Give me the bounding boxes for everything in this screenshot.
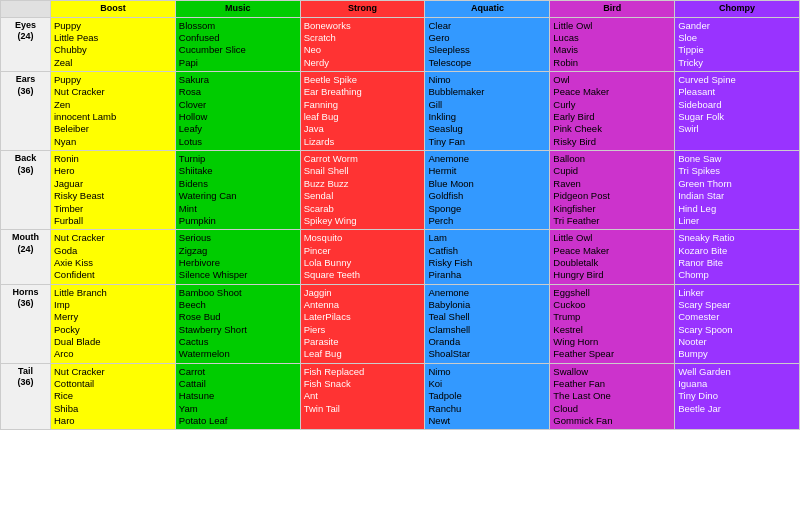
cell-value: Nimo [428,366,546,378]
cell-value: Clover [179,99,297,111]
cell-1-1: SakuraRosaCloverHollowLeafyLotus [175,72,300,151]
cell-5-3: NimoKoiTadpoleRanchuNewt [425,363,550,430]
cell-5-4: SwallowFeather FanThe Last OneCloudGommi… [550,363,675,430]
cell-value: Tadpole [428,390,546,402]
cell-value: Leafy [179,123,297,135]
cell-value: Carrot Worm [304,153,422,165]
cell-value: Hermit [428,165,546,177]
cell-value: Goda [54,245,172,257]
cell-4-3: AnemoneBabyloniaTeal ShellClamshellOrand… [425,284,550,363]
cell-value: Ant [304,390,422,402]
header-empty [1,1,51,18]
cell-0-3: ClearGeroSleeplessTelescope [425,17,550,71]
cell-5-0: Nut CrackerCottontailRiceShibaHaro [51,363,176,430]
cell-value: Clamshell [428,324,546,336]
cell-3-4: Little OwlPeace MakerDoubletalkHungry Bi… [550,230,675,284]
cell-1-4: OwlPeace MakerCurlyEarly BirdPink CheekR… [550,72,675,151]
cell-value: Beleiber [54,123,172,135]
cell-3-5: Sneaky RatioKozaro BiteRanor BiteChomp [675,230,800,284]
cell-value: Inkling [428,111,546,123]
cell-value: Zeal [54,57,172,69]
row-label-3: Mouth (24) [1,230,51,284]
cell-value: Ear Breathing [304,86,422,98]
cell-value: Scary Spear [678,299,796,311]
cell-value: Potato Leaf [179,415,297,427]
cell-value: Cactus [179,336,297,348]
cell-2-5: Bone SawTri SpikesGreen ThornIndian Star… [675,151,800,230]
cell-value: Rice [54,390,172,402]
cell-4-4: EggshellCuckooTrumpKestrelWing HornFeath… [550,284,675,363]
cell-value: Gommick Fan [553,415,671,427]
header-chompy: Chompy [675,1,800,18]
cell-value: Tiny Dino [678,390,796,402]
cell-value: Cloud [553,403,671,415]
cell-value: Yam [179,403,297,415]
cell-value: Watering Can [179,190,297,202]
cell-value: Risky Fish [428,257,546,269]
cell-value: Buzz Buzz [304,178,422,190]
cell-value: Perch [428,215,546,227]
table-row: Back (36)RoninHeroJaguarRisky BeastTimbe… [1,151,800,230]
cell-value: Mavis [553,44,671,56]
cell-value: Peace Maker [553,245,671,257]
cell-value: Newt [428,415,546,427]
cell-1-3: NimoBubblemakerGillInklingSeaslugTiny Fa… [425,72,550,151]
cell-value: Gill [428,99,546,111]
cell-value: Boneworks [304,20,422,32]
cell-value: Sideboard [678,99,796,111]
cell-value: Tricky [678,57,796,69]
cell-value: Bamboo Shoot [179,287,297,299]
cell-value: Nyan [54,136,172,148]
cell-value: Swallow [553,366,671,378]
cell-value: Feather Fan [553,378,671,390]
cell-value: Neo [304,44,422,56]
cell-value: Zigzag [179,245,297,257]
cell-value: Lam [428,232,546,244]
cell-2-3: AnemoneHermitBlue MoonGoldfishSpongePerc… [425,151,550,230]
cell-value: Bone Saw [678,153,796,165]
cell-value: Pincer [304,245,422,257]
cell-value: Fish Snack [304,378,422,390]
cell-1-2: Beetle SpikeEar BreathingFanningleaf Bug… [300,72,425,151]
cell-value: Tiny Fan [428,136,546,148]
cell-value: Tri Spikes [678,165,796,177]
cell-value: Cucumber Slice [179,44,297,56]
cell-value: Stawberry Short [179,324,297,336]
cell-value: Sugar Folk [678,111,796,123]
cell-0-5: GanderSloeTippieTricky [675,17,800,71]
cell-value: Anemone [428,287,546,299]
cell-value: Serious [179,232,297,244]
table-row: Ears (36)PuppyNut CrackerZeninnocent Lam… [1,72,800,151]
cell-value: Little Owl [553,232,671,244]
cell-5-1: CarrotCattailHatsuneYamPotato Leaf [175,363,300,430]
cell-value: Sendal [304,190,422,202]
cell-value: Babylonia [428,299,546,311]
cell-value: Goldfish [428,190,546,202]
cell-value: Dual Blade [54,336,172,348]
cell-value: Arco [54,348,172,360]
header-strong: Strong [300,1,425,18]
cell-value: Risky Beast [54,190,172,202]
cell-1-0: PuppyNut CrackerZeninnocent LambBeleiber… [51,72,176,151]
cell-value: Gander [678,20,796,32]
axie-parts-table: Boost Music Strong Aquatic Bird Chompy E… [0,0,800,430]
cell-value: Leaf Bug [304,348,422,360]
cell-value: Rosa [179,86,297,98]
main-table-container: Boost Music Strong Aquatic Bird Chompy E… [0,0,800,507]
cell-value: Hatsune [179,390,297,402]
cell-value: Nut Cracker [54,366,172,378]
cell-0-0: PuppyLittle PeasChubbyZeal [51,17,176,71]
cell-value: Peace Maker [553,86,671,98]
cell-0-1: BlossomConfusedCucumber SlicePapi [175,17,300,71]
cell-value: Fish Replaced [304,366,422,378]
cell-value: Iguana [678,378,796,390]
cell-value: Little Owl [553,20,671,32]
header-boost: Boost [51,1,176,18]
cell-value: Gero [428,32,546,44]
table-row: Horns (36)Little BranchImpMerryPockyDual… [1,284,800,363]
cell-value: Trump [553,311,671,323]
cell-value: Mint [179,203,297,215]
row-label-1: Ears (36) [1,72,51,151]
cell-value: Ronin [54,153,172,165]
header-bird: Bird [550,1,675,18]
